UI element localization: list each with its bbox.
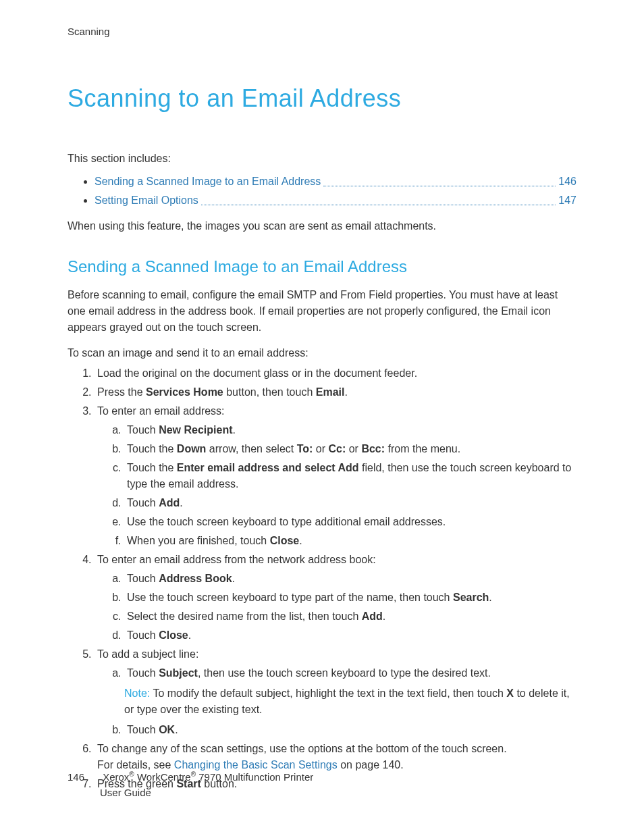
toc-leader xyxy=(323,174,556,186)
toc-page-number: 146 xyxy=(558,174,576,190)
step-item: Load the original on the document glass … xyxy=(95,365,576,382)
toc-item: Setting Email Options 147 xyxy=(95,192,576,209)
toc-leader xyxy=(201,192,556,205)
substeps-list: Touch Address Book. Use the touch screen… xyxy=(97,571,576,644)
step-item: To enter an email address from the netwo… xyxy=(95,552,576,644)
toc-link-sending-scanned-image[interactable]: Sending a Scanned Image to an Email Addr… xyxy=(95,174,321,190)
step-item: Press the Services Home button, then tou… xyxy=(95,384,576,400)
substep-item: Touch the Enter email address and select… xyxy=(124,460,576,492)
substep-item: Touch Close. xyxy=(124,627,576,644)
substep-item: Touch Subject, then use the touch screen… xyxy=(124,665,576,681)
substep-item: Use the touch screen keyboard to type pa… xyxy=(124,590,576,606)
substeps-list: Touch Subject, then use the touch screen… xyxy=(97,665,576,681)
substeps-list: Touch New Recipient. Touch the Down arro… xyxy=(97,422,576,549)
step-item: To enter an email address: Touch New Rec… xyxy=(95,403,576,549)
footer-page-number: 146 xyxy=(68,770,100,785)
link-changing-basic-scan-settings[interactable]: Changing the Basic Scan Settings xyxy=(174,759,338,771)
note-paragraph: Note: To modify the default subject, hig… xyxy=(124,685,576,718)
note-label: Note: xyxy=(124,687,150,699)
document-page: Scanning Scanning to an Email Address Th… xyxy=(0,0,644,834)
substep-item: Select the desired name from the list, t… xyxy=(124,608,576,625)
intro-paragraph: When using this feature, the images you … xyxy=(68,218,576,234)
footer-subtitle: User Guide xyxy=(100,787,151,798)
section-heading: Sending a Scanned Image to an Email Addr… xyxy=(68,255,576,279)
substep-item: Use the touch screen keyboard to type ad… xyxy=(124,514,576,530)
substep-item: Touch New Recipient. xyxy=(124,422,576,438)
section-paragraph: To scan an image and send it to an email… xyxy=(68,345,576,361)
substep-item: Touch the Down arrow, then select To: or… xyxy=(124,441,576,457)
substeps-list: Touch OK. xyxy=(97,722,576,738)
steps-list: Load the original on the document glass … xyxy=(68,365,576,792)
toc-item: Sending a Scanned Image to an Email Addr… xyxy=(95,174,576,190)
section-label: Scanning xyxy=(68,24,576,40)
toc-page-number: 147 xyxy=(558,192,576,209)
substep-item: Touch Add. xyxy=(124,495,576,511)
footer-brand: Xerox® WorkCentre® 7970 Multifunction Pr… xyxy=(103,771,313,783)
includes-label: This section includes: xyxy=(68,151,576,167)
page-footer: 146 Xerox® WorkCentre® 7970 Multifunctio… xyxy=(68,769,313,800)
toc-list: Sending a Scanned Image to an Email Addr… xyxy=(68,174,576,209)
page-title: Scanning to an Email Address xyxy=(68,80,576,117)
substep-item: Touch OK. xyxy=(124,722,576,738)
section-paragraph: Before scanning to email, configure the … xyxy=(68,287,576,336)
substep-item: Touch Address Book. xyxy=(124,571,576,587)
step-item: To change any of the scan settings, use … xyxy=(95,741,576,773)
substep-item: When you are finished, touch Close. xyxy=(124,533,576,549)
step-item: To add a subject line: Touch Subject, th… xyxy=(95,646,576,738)
toc-link-setting-email-options[interactable]: Setting Email Options xyxy=(95,192,198,209)
